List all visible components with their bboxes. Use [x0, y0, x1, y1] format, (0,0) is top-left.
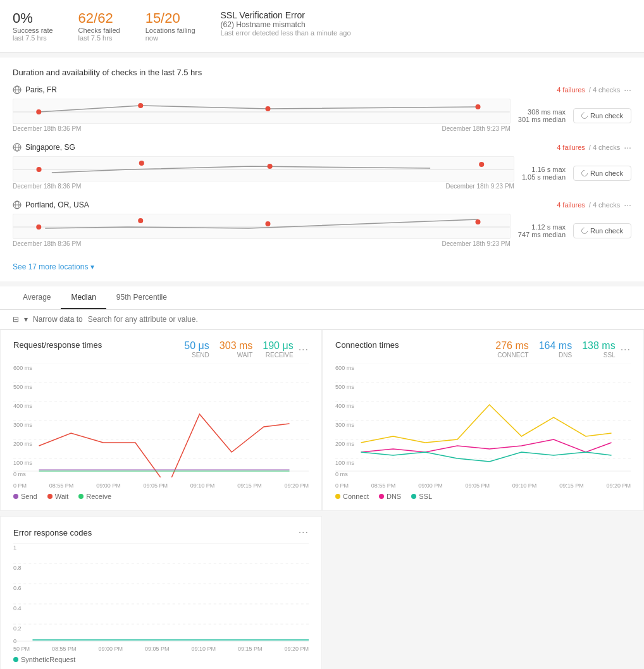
refresh-icon-0: [580, 111, 589, 120]
location-chart-row-0: December 18th 8:36 PM December 18th 9:23…: [13, 99, 631, 132]
location-chart-area-2: December 18th 8:36 PM December 18th 9:23…: [13, 214, 511, 247]
svg-point-22: [265, 221, 270, 226]
send-legend-label: Send: [21, 493, 37, 500]
location-row-2: Portland, OR, USA 4 failures / 4 checks …: [13, 200, 631, 247]
locations-failing-label: Locations failing: [146, 27, 195, 34]
send-legend-dot: [13, 494, 18, 499]
ssl-value: 138 ms: [582, 340, 615, 352]
svg-point-20: [36, 224, 41, 230]
send-label: SEND: [184, 352, 209, 359]
sparkline-svg-2: [13, 214, 510, 240]
location-stats-0: 4 failures / 4 checks ···: [557, 85, 631, 95]
svg-point-23: [475, 219, 480, 224]
see-more-locations[interactable]: See 17 more locations ▾: [13, 262, 94, 271]
location-chart-row-1: December 18th 8:36 PM December 18th 9:23…: [13, 156, 631, 190]
wait-legend-dot: [47, 494, 53, 499]
connection-panel: Connection times 276 ms CONNECT 164 ms D…: [322, 329, 644, 511]
svg-text:600 ms: 600 ms: [13, 365, 32, 371]
svg-point-7: [475, 104, 480, 109]
tab-average[interactable]: Average: [13, 286, 61, 309]
location-chart-2: [13, 214, 511, 239]
checks-failed-sub: last 7.5 hrs: [78, 34, 120, 42]
error-menu-icon[interactable]: ···: [299, 527, 309, 538]
svg-text:0.4: 0.4: [13, 605, 22, 611]
ssl-label: SSL: [582, 352, 615, 359]
chevron-filter-icon[interactable]: ▾: [24, 315, 28, 324]
request-chart-area: 600 ms 500 ms 400 ms 300 ms 200 ms 100 m…: [13, 364, 309, 477]
charts-grid: Request/response times 50 μs SEND 303 ms…: [0, 329, 644, 511]
success-rate-stat: 0% Success rate last 7.5 hrs: [13, 10, 53, 42]
error-stat: SSL Verification Error (62) Hostname mis…: [221, 10, 351, 42]
ssl-legend-label: SSL: [419, 493, 432, 500]
wait-metric: 303 ms WAIT: [220, 340, 252, 359]
receive-value: 190 μs: [263, 340, 293, 352]
location-row-0: Paris, FR 4 failures / 4 checks ···: [13, 85, 631, 132]
tab-95th[interactable]: 95th Percentile: [106, 286, 177, 309]
receive-legend-label: Receive: [86, 493, 111, 500]
run-check-btn-2[interactable]: Run check: [573, 223, 631, 238]
error-codes-panel: Error response codes ··· 1 0.8 0.6 0.4 0…: [0, 516, 322, 669]
refresh-icon-2: [580, 226, 589, 235]
location-header-2: Portland, OR, USA 4 failures / 4 checks …: [13, 200, 631, 210]
request-chart-title: Request/response times: [13, 340, 102, 350]
chart-labels-0: December 18th 8:36 PM December 18th 9:23…: [13, 125, 511, 132]
success-rate-value: 0%: [13, 10, 53, 27]
chart-labels-1: December 18th 8:36 PM December 18th 9:23…: [13, 183, 514, 190]
filter-row: ⊟ ▾ Narrow data to: [0, 310, 644, 329]
request-x-axis: 0 PM 08:55 PM 09:00 PM 09:05 PM 09:10 PM…: [13, 482, 309, 489]
location-header-1: Singapore, SG 4 failures / 4 checks ···: [13, 142, 631, 152]
svg-text:0: 0: [13, 638, 16, 644]
svg-text:200 ms: 200 ms: [335, 441, 354, 447]
location-stats-2: 4 failures / 4 checks ···: [557, 200, 631, 210]
error-panel-title: Error response codes: [13, 528, 92, 537]
chart-labels-2: December 18th 8:36 PM December 18th 9:23…: [13, 240, 511, 247]
svg-text:1: 1: [13, 544, 16, 551]
location-more-btn-0[interactable]: ···: [624, 85, 631, 95]
legend-send: Send: [13, 493, 37, 500]
checks-failed-label: Checks failed: [78, 27, 120, 34]
run-check-btn-1[interactable]: Run check: [573, 166, 631, 181]
location-name-2: Portland, OR, USA: [13, 200, 89, 209]
request-menu-icon[interactable]: ···: [299, 344, 309, 355]
svg-text:200 ms: 200 ms: [13, 441, 32, 447]
refresh-icon-1: [580, 168, 589, 177]
request-chart-header: Request/response times 50 μs SEND 303 ms…: [13, 340, 309, 359]
svg-text:100 ms: 100 ms: [13, 460, 32, 466]
location-chart-row-2: December 18th 8:36 PM December 18th 9:23…: [13, 214, 631, 247]
dns-legend-dot: [379, 494, 384, 499]
chevron-down-icon: ▾: [90, 262, 94, 271]
request-svg: 600 ms 500 ms 400 ms 300 ms 200 ms 100 m…: [13, 364, 309, 477]
svg-text:400 ms: 400 ms: [13, 403, 32, 409]
checks-failed-value: 62/62: [78, 10, 120, 27]
tab-median[interactable]: Median: [61, 286, 106, 309]
globe-icon: [13, 143, 22, 152]
connection-menu-icon[interactable]: ···: [621, 344, 631, 355]
connection-chart-header: Connection times 276 ms CONNECT 164 ms D…: [335, 340, 631, 359]
location-header-0: Paris, FR 4 failures / 4 checks ···: [13, 85, 631, 95]
location-more-btn-2[interactable]: ···: [624, 200, 631, 210]
connection-chart-title: Connection times: [335, 340, 399, 350]
svg-point-14: [268, 164, 273, 169]
dns-value: 164 ms: [539, 340, 572, 352]
legend-synthetic: SyntheticRequest: [13, 656, 75, 663]
globe-icon: [13, 200, 22, 209]
filter-search-input[interactable]: [88, 315, 631, 324]
request-legend: Send Wait Receive: [13, 493, 309, 500]
request-metrics: 50 μs SEND 303 ms WAIT 190 μs RECEIVE: [184, 340, 293, 359]
narrow-data-label: Narrow data to: [33, 315, 83, 324]
svg-point-12: [37, 167, 42, 172]
filter-icon[interactable]: ⊟: [13, 315, 19, 324]
sparkline-svg-1: [13, 157, 514, 182]
connection-svg: 600 ms 500 ms 400 ms 300 ms 200 ms 100 m…: [335, 364, 631, 477]
run-check-btn-0[interactable]: Run check: [573, 108, 631, 123]
error-svg: 1 0.8 0.6 0.4 0.2 0: [13, 543, 309, 644]
svg-point-13: [139, 161, 144, 166]
ssl-metric: 138 ms SSL: [582, 340, 615, 359]
location-chart-area-0: December 18th 8:36 PM December 18th 9:23…: [13, 99, 511, 132]
svg-point-6: [265, 106, 270, 111]
location-more-btn-1[interactable]: ···: [624, 142, 631, 152]
send-value: 50 μs: [184, 340, 209, 352]
wait-value: 303 ms: [220, 340, 252, 352]
ms-info-1: 1.16 s max 1.05 s median: [522, 166, 566, 181]
bottom-grid: Error response codes ··· 1 0.8 0.6 0.4 0…: [0, 511, 644, 669]
